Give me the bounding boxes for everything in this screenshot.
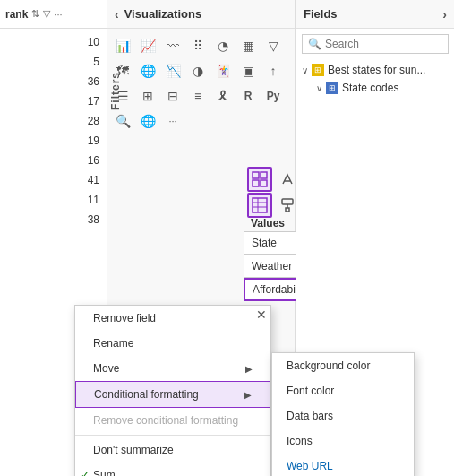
cond-format-submenu-arrow: ▶ — [244, 390, 252, 400]
multi-card-icon[interactable]: ▣ — [236, 59, 260, 82]
svg-rect-6 — [253, 198, 267, 212]
card-icon[interactable]: 🃏 — [211, 59, 235, 82]
fields-search-box[interactable]: 🔍 — [302, 34, 449, 54]
fields-tree-item-state-codes[interactable]: ∨ ⊞ State codes — [302, 79, 449, 97]
sub-item-data-bars[interactable]: Data bars — [272, 403, 414, 428]
svg-rect-0 — [253, 172, 259, 178]
rank-row: 38 — [0, 210, 107, 229]
viz-header: ‹ Visualizations — [107, 0, 295, 29]
context-item-sum[interactable]: Sum — [75, 463, 270, 476]
r-visual-icon[interactable]: R — [236, 84, 260, 108]
context-item-remove-field[interactable]: Remove field — [75, 306, 270, 331]
table-icon-yellow: ⊞ — [312, 64, 324, 76]
waterfall-icon[interactable]: ≡ — [186, 84, 210, 108]
rank-title: rank — [5, 8, 28, 21]
sub-context-menu: Background color Font color Data bars Ic… — [271, 352, 415, 476]
kpi-icon[interactable]: ↑ — [261, 59, 285, 82]
sub-item-bg-color[interactable]: Background color — [272, 353, 414, 378]
gauge-icon[interactable]: ◑ — [186, 59, 210, 82]
ai-icon[interactable]: 🔍 — [111, 109, 134, 133]
fields-title: Fields — [304, 7, 338, 21]
table-viz-icon[interactable]: ⊞ — [136, 84, 159, 108]
svg-rect-10 — [282, 199, 293, 204]
table-layout-icon[interactable] — [247, 193, 272, 218]
rank-header: rank ⇅ ▽ ··· — [0, 0, 107, 29]
expand-fields-button[interactable]: › — [442, 7, 447, 22]
values-label: Values — [244, 215, 292, 231]
funnel-icon[interactable]: ▽ — [261, 34, 285, 57]
state-codes-label: State codes — [342, 82, 398, 94]
context-menu: ✕ Remove field Rename Move ▶ Conditional… — [74, 305, 271, 476]
svg-rect-2 — [253, 180, 259, 186]
rank-row: 11 — [0, 190, 107, 210]
line-chart-icon[interactable]: 📈 — [136, 34, 159, 57]
python-icon[interactable]: Py — [261, 84, 285, 108]
context-item-move[interactable]: Move ▶ — [75, 356, 270, 381]
best-states-label: Best states for sun... — [328, 64, 425, 76]
filled-map-icon[interactable]: 🌐 — [136, 59, 159, 82]
context-item-dont-summarize[interactable]: Don't summarize — [75, 437, 270, 463]
chevron-expand-icon: ∨ — [302, 65, 308, 75]
svg-rect-1 — [261, 172, 267, 178]
treemap-icon[interactable]: ▦ — [236, 34, 260, 57]
sub-item-font-color[interactable]: Font color — [272, 378, 414, 403]
fields-mode-icon[interactable] — [247, 167, 272, 192]
sub-item-icons[interactable]: Icons — [272, 428, 414, 454]
chevron-blank: ∨ — [316, 83, 322, 93]
rank-row: 19 — [0, 131, 107, 151]
rank-row: 28 — [0, 111, 107, 131]
pie-chart-icon[interactable]: ◔ — [211, 34, 235, 57]
rank-row: 10 — [0, 32, 107, 52]
viz-title: Visualizations — [124, 7, 287, 21]
filters-label: Filters — [109, 72, 122, 110]
search-icon: 🔍 — [308, 38, 321, 50]
matrix-icon[interactable]: ⊟ — [161, 84, 184, 108]
rank-row: 5 — [0, 52, 107, 72]
ribbon-icon[interactable]: 🎗 — [211, 84, 235, 108]
table-icon-blue: ⊞ — [326, 82, 338, 94]
bar-chart-icon[interactable]: 📊 — [111, 34, 134, 57]
context-item-conditional-formatting[interactable]: Conditional formatting ▶ — [75, 381, 270, 408]
globe-icon[interactable]: 🌐 — [136, 109, 159, 133]
rank-row: 16 — [0, 151, 107, 170]
rank-row: 41 — [0, 170, 107, 190]
viz-icons-grid: 📊 📈 〰 ⠿ ◔ ▦ ▽ 🗺 🌐 📉 ◑ 🃏 ▣ ↑ ☰ ⊞ ⊟ ≡ 🎗 R … — [107, 29, 295, 138]
move-submenu-arrow: ▶ — [245, 364, 253, 374]
scatter-chart-icon[interactable]: ⠿ — [186, 34, 210, 57]
svg-rect-3 — [261, 180, 267, 186]
context-menu-sep1 — [75, 435, 270, 436]
fields-header: Fields › — [296, 0, 454, 29]
filter-icon[interactable]: ▽ — [43, 8, 50, 20]
more-viz-icon[interactable]: ··· — [161, 109, 184, 133]
more-options-icon[interactable]: ··· — [54, 9, 62, 20]
context-item-remove-cond: Remove conditional formatting — [75, 408, 270, 433]
context-item-rename[interactable]: Rename — [75, 331, 270, 356]
fields-tree: ∨ ⊞ Best states for sun... ∨ ⊞ State cod… — [296, 57, 454, 100]
rank-rows: 10 5 36 17 28 19 16 41 11 38 — [0, 29, 107, 233]
sub-item-web-url[interactable]: Web URL — [272, 454, 414, 476]
svg-rect-12 — [286, 208, 289, 212]
collapse-viz-button[interactable]: ‹ — [115, 7, 119, 22]
fields-tree-item-best-states[interactable]: ∨ ⊞ Best states for sun... — [302, 61, 449, 79]
combo-chart-icon[interactable]: 📉 — [161, 59, 184, 82]
area-chart-icon[interactable]: 〰 — [161, 34, 184, 57]
rank-row: 36 — [0, 72, 107, 91]
rank-row: 17 — [0, 91, 107, 111]
sort-icon[interactable]: ⇅ — [31, 8, 39, 20]
search-input[interactable] — [325, 38, 442, 50]
